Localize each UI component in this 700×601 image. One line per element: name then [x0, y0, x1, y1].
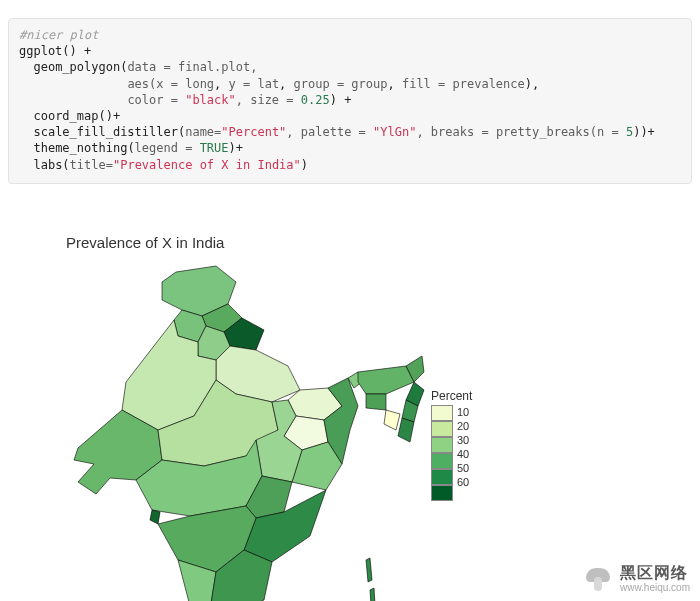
legend-tick: 30 — [457, 433, 469, 447]
region-tr — [384, 410, 400, 430]
legend-swatch — [431, 405, 453, 421]
legend-tick: 60 — [457, 475, 469, 489]
region-ml — [366, 394, 386, 410]
region-an — [366, 558, 372, 582]
code-comment: #nicer plot — [19, 28, 98, 42]
legend-swatch — [431, 437, 453, 453]
region-mz — [398, 418, 414, 442]
r-code-block: #nicer plot ggplot() + geom_polygon(data… — [8, 18, 692, 184]
india-map — [66, 260, 426, 601]
legend-tick: 40 — [457, 447, 469, 461]
code-tok: scale_fill_distiller — [33, 125, 178, 139]
code-tok: theme_nothing — [33, 141, 127, 155]
code-tok: labs — [33, 158, 62, 172]
mushroom-icon — [584, 565, 612, 593]
legend-swatch — [431, 469, 453, 485]
code-tok: geom_polygon — [33, 60, 120, 74]
legend-swatch — [431, 485, 453, 501]
legend-swatch — [431, 453, 453, 469]
watermark: 黑区网络 www.heiqu.com — [584, 564, 690, 593]
legend-tick: 20 — [457, 419, 469, 433]
legend-labels: 10 20 30 40 50 60 — [457, 405, 469, 501]
legend-swatches — [431, 405, 453, 501]
legend-tick: 10 — [457, 405, 469, 419]
choropleth-plot: Prevalence of X in India — [66, 234, 586, 601]
legend: Percent 10 20 30 40 50 60 — [431, 389, 472, 501]
code-tok: coord_map — [33, 109, 98, 123]
region-an2 — [370, 588, 375, 601]
legend-tick: 50 — [457, 461, 469, 475]
legend-swatch — [431, 421, 453, 437]
region-as — [358, 366, 414, 394]
watermark-title: 黑区网络 — [620, 564, 690, 582]
watermark-url: www.heiqu.com — [620, 582, 690, 593]
plot-title: Prevalence of X in India — [66, 234, 586, 251]
region-ga — [150, 510, 160, 524]
legend-title: Percent — [431, 389, 472, 403]
code-tok: ggplot — [19, 44, 62, 58]
